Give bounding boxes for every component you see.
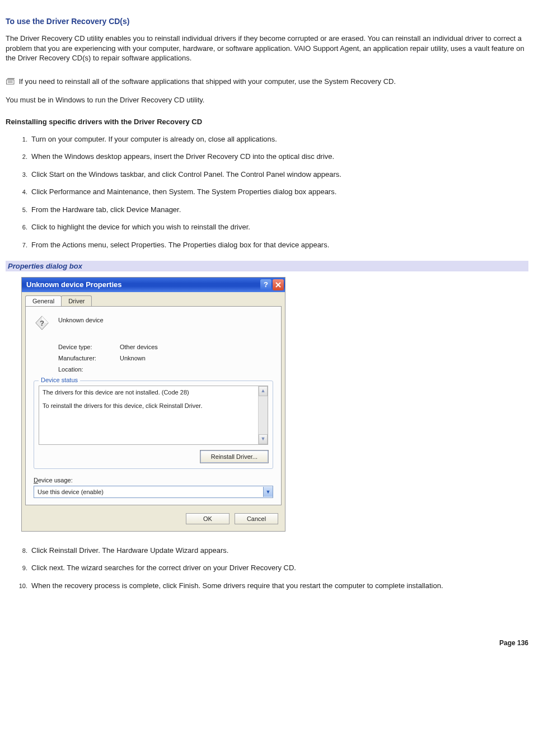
- device-usage-label: Device usage:: [34, 477, 273, 483]
- list-item: Turn on your computer. If your computer …: [29, 130, 528, 148]
- dialog-footer: OK Cancel: [22, 509, 285, 531]
- ok-button[interactable]: OK: [186, 513, 229, 524]
- steps-list-b: Click Reinstall Driver. The Hardware Upd…: [6, 542, 528, 595]
- list-item: When the Windows desktop appears, insert…: [29, 148, 528, 166]
- list-item: From the Actions menu, select Properties…: [29, 236, 528, 254]
- dropdown-value: Use this device (enable): [38, 489, 104, 495]
- dialog-titlebar[interactable]: Unknown device Properties ?: [22, 278, 285, 292]
- figure-caption: Properties dialog box: [6, 261, 528, 271]
- properties-dialog: Unknown device Properties ? General Driv…: [21, 277, 285, 532]
- pencil-note-icon: [6, 77, 16, 85]
- list-item: Click Reinstall Driver. The Hardware Upd…: [29, 542, 528, 560]
- tab-driver[interactable]: Driver: [61, 295, 92, 306]
- svg-text:?: ?: [40, 318, 44, 327]
- intro-paragraph: The Driver Recovery CD utility enables y…: [6, 34, 528, 63]
- help-button[interactable]: ?: [260, 279, 271, 290]
- device-status-legend: Device status: [39, 377, 80, 383]
- location-label: Location:: [58, 366, 120, 373]
- close-button[interactable]: [273, 279, 284, 290]
- device-type-label: Device type:: [58, 344, 120, 350]
- svg-rect-0: [7, 79, 15, 84]
- status-line: The drivers for this device are not inst…: [43, 388, 264, 397]
- section-subheading: Reinstalling specific drivers with the D…: [6, 118, 528, 126]
- scroll-down-icon[interactable]: ▼: [259, 434, 268, 444]
- device-icon: ?: [34, 314, 50, 331]
- manufacturer-value: Unknown: [120, 355, 146, 361]
- scroll-up-icon[interactable]: ▲: [259, 386, 268, 396]
- tab-strip: General Driver: [25, 295, 282, 306]
- page-title: To use the Driver Recovery CD(s): [6, 17, 528, 26]
- list-item: Click to highlight the device for which …: [29, 218, 528, 236]
- list-item: When the recovery process is complete, c…: [29, 577, 528, 595]
- device-status-group: Device status The drivers for this devic…: [34, 381, 273, 469]
- page-number: Page 136: [6, 639, 528, 647]
- list-item: Click next. The wizard searches for the …: [29, 559, 528, 577]
- note-line: If you need to reinstall all of the soft…: [6, 77, 528, 87]
- device-name: Unknown device: [58, 317, 104, 323]
- tab-panel-general: ? Unknown device Device type: Other devi…: [25, 306, 282, 505]
- windows-requirement: You must be in Windows to run the Driver…: [6, 95, 528, 105]
- cancel-button[interactable]: Cancel: [235, 513, 278, 524]
- list-item: Click Performance and Maintenance, then …: [29, 183, 528, 201]
- reinstall-driver-button[interactable]: Reinstall Driver...: [200, 450, 268, 463]
- device-type-value: Other devices: [120, 344, 158, 350]
- status-line: To reinstall the drivers for this device…: [43, 402, 264, 411]
- list-item: Click Start on the Windows taskbar, and …: [29, 166, 528, 184]
- chevron-down-icon[interactable]: ▼: [263, 487, 273, 497]
- device-info-grid: Device type: Other devices Manufacturer:…: [58, 344, 273, 373]
- manufacturer-label: Manufacturer:: [58, 355, 120, 361]
- list-item: From the Hardware tab, click Device Mana…: [29, 201, 528, 219]
- device-status-textarea[interactable]: The drivers for this device are not inst…: [39, 386, 268, 445]
- device-usage-dropdown[interactable]: Use this device (enable) ▼: [34, 486, 273, 498]
- steps-list-a: Turn on your computer. If your computer …: [6, 130, 528, 254]
- dialog-title: Unknown device Properties: [26, 280, 122, 289]
- scrollbar[interactable]: ▲ ▼: [258, 386, 268, 444]
- note-text: If you need to reinstall all of the soft…: [19, 77, 396, 86]
- tab-general[interactable]: General: [25, 295, 62, 306]
